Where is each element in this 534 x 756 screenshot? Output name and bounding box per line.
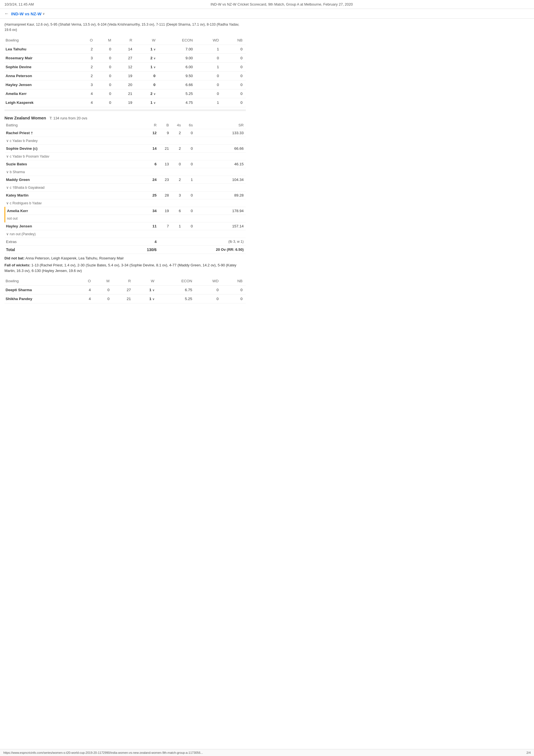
bowler-o: 2 bbox=[78, 44, 96, 53]
4s-col-header: 4s bbox=[171, 122, 183, 129]
bowler-wd-nz: 0 bbox=[195, 285, 222, 294]
batter-name[interactable]: Hayley Jensen bbox=[5, 222, 138, 230]
nz-team-header: New Zealand Women T: 134 runs from 20 ov… bbox=[5, 116, 246, 120]
page-title: IND-W vs NZ-W Cricket Scorecard, 9th Mat… bbox=[34, 2, 529, 6]
batting-dismissal-row: not out bbox=[5, 215, 246, 222]
batting-col-header: Batting bbox=[5, 122, 138, 129]
batter-b: 7 bbox=[159, 222, 171, 230]
batter-6s: 0 bbox=[183, 222, 195, 230]
extras-empty bbox=[159, 238, 195, 246]
total-value: 130/6 bbox=[138, 246, 159, 254]
bowler-o: 4 bbox=[78, 98, 96, 107]
batter-4s: 0 bbox=[171, 160, 183, 168]
b-col-header: B bbox=[159, 122, 171, 129]
batter-name[interactable]: Suzie Bates bbox=[5, 160, 138, 168]
bowler-o-nz: 4 bbox=[76, 285, 94, 294]
bowler-o: 2 bbox=[78, 71, 96, 80]
batter-name[interactable]: Maddy Green bbox=[5, 176, 138, 183]
batter-4s: 6 bbox=[171, 207, 183, 215]
extras-label: Extras bbox=[5, 238, 138, 246]
bowler-m: 0 bbox=[96, 98, 114, 107]
batting-name-row: Katey Martin 25 28 3 0 89.28 bbox=[5, 191, 246, 199]
batter-r: 12 bbox=[138, 129, 159, 137]
bowler-m-nz: 0 bbox=[94, 294, 113, 303]
bowler-econ: 9.50 bbox=[159, 71, 196, 80]
bowler-name-nz[interactable]: Shikha Pandey bbox=[5, 294, 76, 303]
bowler-nb: 0 bbox=[222, 89, 246, 98]
bowler-nb: 0 bbox=[222, 71, 246, 80]
batter-6s: 0 bbox=[183, 191, 195, 199]
batter-r: 6 bbox=[138, 160, 159, 168]
bowler-name[interactable]: Hayley Jensen bbox=[5, 80, 78, 89]
batter-name[interactable]: Sophie Devine (c) bbox=[5, 145, 138, 152]
did-not-bat-label: Did not bat: bbox=[5, 256, 24, 260]
batter-6s: 0 bbox=[183, 207, 195, 215]
bowler-wd: 0 bbox=[196, 80, 222, 89]
bowler-m: 0 bbox=[96, 89, 114, 98]
bowler-name[interactable]: Amelia Kerr bbox=[5, 89, 78, 98]
bowler-w: 1 ∨ bbox=[136, 44, 159, 53]
bowler-econ: 7.00 bbox=[159, 44, 196, 53]
total-label: Total bbox=[5, 246, 138, 254]
bowler-w-nz: 1 ∨ bbox=[134, 285, 158, 294]
nb-col-header-2: NB bbox=[222, 277, 246, 285]
bowler-name[interactable]: Leigh Kasperek bbox=[5, 98, 78, 107]
bowler-r: 21 bbox=[114, 89, 136, 98]
batting-name-row: Amelia Kerr 34 19 6 0 178.94 bbox=[5, 207, 246, 215]
bowler-nb: 0 bbox=[222, 53, 246, 62]
o-col-header: O bbox=[78, 36, 96, 45]
bowler-name-nz[interactable]: Deepti Sharma bbox=[5, 285, 76, 294]
extras-row: Extras 4 (lb 3, w 1) bbox=[5, 238, 246, 246]
match-title[interactable]: IND-W vs NZ-W bbox=[11, 12, 41, 16]
bowler-nb: 0 bbox=[222, 62, 246, 71]
bowler-name[interactable]: Sophie Devine bbox=[5, 62, 78, 71]
bowler-nb-nz: 0 bbox=[222, 294, 246, 303]
batting-name-row: Maddy Green 24 23 2 1 104.34 bbox=[5, 176, 246, 183]
nz-bowling-table: Bowling O M R W ECON WD NB Deepti Sharma… bbox=[5, 277, 246, 303]
bowler-name[interactable]: Lea Tahuhu bbox=[5, 44, 78, 53]
bowler-name[interactable]: Anna Peterson bbox=[5, 71, 78, 80]
batter-6s: 0 bbox=[183, 145, 195, 152]
back-arrow-icon[interactable]: ← bbox=[5, 11, 9, 16]
batter-name[interactable]: Amelia Kerr bbox=[5, 207, 138, 215]
batter-6s: 0 bbox=[183, 129, 195, 137]
bowler-w: 2 ∨ bbox=[136, 53, 159, 62]
w-col-header-2: W bbox=[134, 277, 158, 285]
batter-dismissal: ∨ c Yadav b Poonam Yadav bbox=[5, 152, 246, 160]
econ-col-header-2: ECON bbox=[158, 277, 195, 285]
nb-col-header: NB bbox=[222, 36, 246, 45]
batter-r: 34 bbox=[138, 207, 159, 215]
bowler-nb-nz: 0 bbox=[222, 285, 246, 294]
w-col-header: W bbox=[136, 36, 159, 45]
bowler-nb: 0 bbox=[222, 80, 246, 89]
bowler-w: 1 ∨ bbox=[136, 98, 159, 107]
batting-name-row: Suzie Bates 6 13 0 0 46.15 bbox=[5, 160, 246, 168]
bowler-wd: 0 bbox=[196, 71, 222, 80]
batter-sr: 89.28 bbox=[195, 191, 246, 199]
batter-sr: 104.34 bbox=[195, 176, 246, 183]
batter-4s: 2 bbox=[171, 176, 183, 183]
batter-name[interactable]: Katey Martin bbox=[5, 191, 138, 199]
bowler-m-nz: 0 bbox=[94, 285, 113, 294]
bowler-m: 0 bbox=[96, 71, 114, 80]
6s-col-header: 6s bbox=[183, 122, 195, 129]
batting-name-row: Sophie Devine (c) 14 21 2 0 66.66 bbox=[5, 145, 246, 152]
batter-sr: 66.66 bbox=[195, 145, 246, 152]
batter-dismissal: ∨ run out (Pandey) bbox=[5, 230, 246, 238]
chevron-down-icon[interactable]: ∨ bbox=[42, 12, 45, 15]
batter-r: 25 bbox=[138, 191, 159, 199]
bowler-r: 14 bbox=[114, 44, 136, 53]
bowler-m: 0 bbox=[96, 62, 114, 71]
batter-b: 19 bbox=[159, 207, 171, 215]
bowler-o: 2 bbox=[78, 62, 96, 71]
bowler-o: 4 bbox=[78, 89, 96, 98]
batter-b: 13 bbox=[159, 160, 171, 168]
bowling-row: Hayley Jensen 3 0 20 0 6.66 0 0 bbox=[5, 80, 246, 89]
bowler-wd: 0 bbox=[196, 53, 222, 62]
batter-name[interactable]: Rachel Priest † bbox=[5, 129, 138, 137]
bowler-m: 0 bbox=[96, 44, 114, 53]
bowler-wd-nz: 0 bbox=[195, 294, 222, 303]
batter-r: 11 bbox=[138, 222, 159, 230]
bowler-r: 19 bbox=[114, 98, 136, 107]
bowler-name[interactable]: Rosemary Mair bbox=[5, 53, 78, 62]
